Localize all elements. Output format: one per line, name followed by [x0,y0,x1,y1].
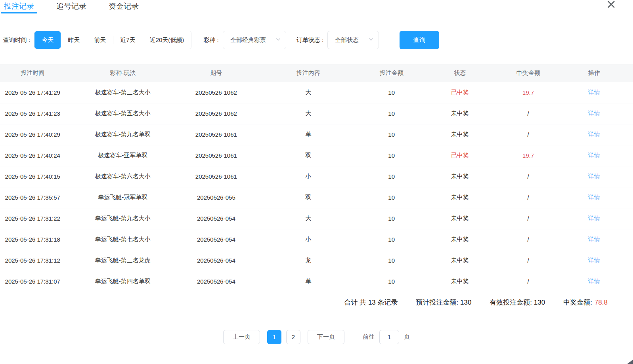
bet-content-cell: 大 [252,103,365,124]
summary-valid-amount: 有效投注金额: 130 [490,298,545,307]
next-page-button[interactable]: 下一页 [308,330,344,344]
status-cell: 未中奖 [419,208,501,229]
detail-link[interactable]: 详情 [588,194,600,200]
detail-link[interactable]: 详情 [588,278,600,284]
chevron-down-icon [368,36,374,44]
bet-time-cell: 2025-05-26 17:35:57 [0,187,65,208]
lottery-filter-label: 彩种 : [203,36,218,44]
table-row: 2025-05-26 17:31:12 幸运飞艇-第三名龙虎 20250526-… [0,250,633,271]
prev-page-button[interactable]: 上一页 [223,330,260,344]
bet-content-cell: 双 [252,187,365,208]
game-play-cell: 极速赛车-亚军单双 [65,145,180,166]
bet-time-cell: 2025-05-26 17:40:24 [0,145,65,166]
bet-amount-cell: 10 [365,103,419,124]
pagination: 上一页 1 2 下一页 前往 页 [0,330,633,344]
time-option-last-20-days[interactable]: 近20天(低频) [143,31,191,49]
table-row: 2025-05-26 17:41:29 极速赛车-第三名大小 20250526-… [0,82,633,103]
game-play-cell: 极速赛车-第三名大小 [65,82,180,103]
tab-fund-records[interactable]: 资金记录 [109,0,139,14]
prize-amount-cell: / [501,250,555,271]
summary-expected-amount: 预计投注金额: 130 [416,298,472,307]
order-status-select[interactable]: 全部状态 [327,31,379,49]
tab-chase-records[interactable]: 追号记录 [56,0,86,14]
bet-content-cell: 单 [252,124,365,145]
bet-time-cell: 2025-05-26 17:41:23 [0,103,65,124]
bet-amount-cell: 10 [365,187,419,208]
table-row: 2025-05-26 17:41:23 极速赛车-第五名大小 20250526-… [0,103,633,124]
table-row: 2025-05-26 17:31:18 幸运飞艇-第七名大小 20250526-… [0,229,633,250]
tab-bet-records[interactable]: 投注记录 [4,0,34,14]
order-status-filter-label: 订单状态 : [296,36,323,44]
bet-time-cell: 2025-05-26 17:31:18 [0,229,65,250]
summary-total: 合计 共 13 条记录 [344,298,398,307]
summary-prize-label: 中奖金额: [563,299,592,306]
status-cell: 未中奖 [419,250,501,271]
action-cell: 详情 [555,271,633,292]
mouse-cursor-artifact [627,360,633,364]
close-icon [606,5,616,11]
game-play-cell: 幸运飞艇-第四名单双 [65,271,180,292]
time-option-today[interactable]: 今天 [34,31,61,49]
detail-link[interactable]: 详情 [588,131,600,137]
table-header-row: 投注时间 彩种-玩法 期号 投注内容 投注金额 状态 中奖金额 操作 [0,64,633,82]
table-row: 2025-05-26 17:35:57 幸运飞艇-冠军单双 20250526-0… [0,187,633,208]
table-row: 2025-05-26 17:40:24 极速赛车-亚军单双 20250526-1… [0,145,633,166]
header-bet-amount: 投注金额 [365,64,419,82]
detail-link[interactable]: 详情 [588,152,600,158]
bet-amount-cell: 10 [365,166,419,187]
issue-cell: 20250526-054 [180,250,252,271]
filter-bar: 查询时间 : 今天 昨天 前天 近7天 近20天(低频) 彩种 : 全部经典彩票… [3,31,633,49]
table-row: 2025-05-26 17:31:22 幸运飞艇-第九名大小 20250526-… [0,208,633,229]
bet-time-cell: 2025-05-26 17:41:29 [0,82,65,103]
action-cell: 详情 [555,166,633,187]
game-play-cell: 极速赛车-第六名大小 [65,166,180,187]
header-game-play: 彩种-玩法 [65,64,180,82]
search-button[interactable]: 查询 [400,31,439,49]
detail-link[interactable]: 详情 [588,110,600,116]
issue-cell: 20250526-054 [180,271,252,292]
detail-link[interactable]: 详情 [588,89,600,95]
status-cell: 未中奖 [419,124,501,145]
header-prize-amount: 中奖金额 [501,64,555,82]
lottery-select[interactable]: 全部经典彩票 [223,31,286,49]
header-issue: 期号 [180,64,252,82]
page-unit-label: 页 [404,333,410,341]
summary-prize-value: 78.8 [595,299,608,306]
detail-link[interactable]: 详情 [588,236,600,242]
chevron-down-icon [275,36,281,44]
lottery-select-value: 全部经典彩票 [230,36,266,44]
bet-time-cell: 2025-05-26 17:40:29 [0,124,65,145]
time-option-last-7-days[interactable]: 近7天 [113,31,142,49]
detail-link[interactable]: 详情 [588,215,600,221]
bet-content-cell: 单 [252,271,365,292]
bet-content-cell: 双 [252,145,365,166]
action-cell: 详情 [555,229,633,250]
status-cell: 已中奖 [419,145,501,166]
bet-records-table: 投注时间 彩种-玩法 期号 投注内容 投注金额 状态 中奖金额 操作 2025-… [0,64,633,292]
game-play-cell: 幸运飞艇-第三名龙虎 [65,250,180,271]
detail-link[interactable]: 详情 [588,173,600,179]
status-cell: 未中奖 [419,103,501,124]
time-filter-label: 查询时间 : [3,36,30,44]
issue-cell: 20250526-055 [180,187,252,208]
game-play-cell: 幸运飞艇-第九名大小 [65,208,180,229]
table-row: 2025-05-26 17:40:15 极速赛车-第六名大小 20250526-… [0,166,633,187]
page-2-button[interactable]: 2 [286,330,300,344]
action-cell: 详情 [555,250,633,271]
table-row: 2025-05-26 17:40:29 极速赛车-第九名单双 20250526-… [0,124,633,145]
page-1-button[interactable]: 1 [267,330,281,344]
table-row: 2025-05-26 17:31:07 幸运飞艇-第四名单双 20250526-… [0,271,633,292]
time-option-yesterday[interactable]: 昨天 [61,31,87,49]
time-range-group: 今天 昨天 前天 近7天 近20天(低频) [34,31,191,49]
bet-content-cell: 龙 [252,250,365,271]
header-actions: 操作 [555,64,633,82]
close-button[interactable] [605,0,617,11]
prize-amount-cell: / [501,208,555,229]
bet-time-cell: 2025-05-26 17:31:22 [0,208,65,229]
goto-page-input[interactable] [379,330,399,344]
time-option-day-before[interactable]: 前天 [87,31,113,49]
detail-link[interactable]: 详情 [588,257,600,263]
bet-time-cell: 2025-05-26 17:31:07 [0,271,65,292]
bet-amount-cell: 10 [365,145,419,166]
prize-amount-cell: 19.7 [501,145,555,166]
